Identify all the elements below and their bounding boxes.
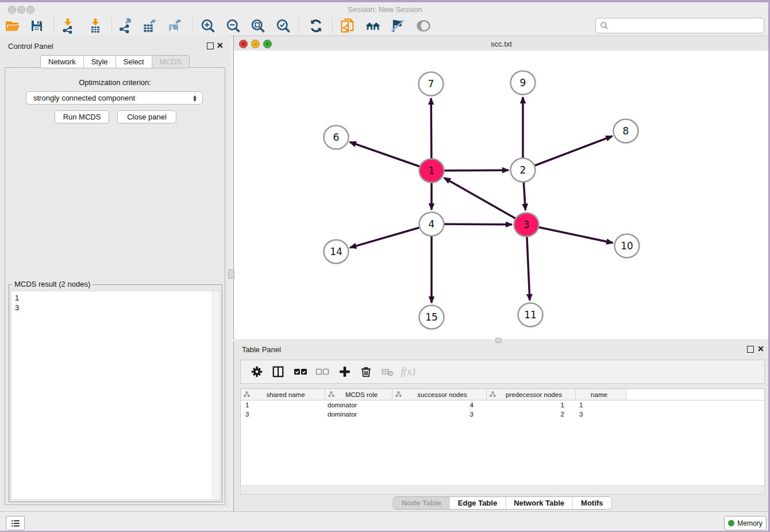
criterion-dropdown[interactable]: strongly connected component ▲▼ (26, 91, 203, 105)
import-network-icon[interactable] (59, 17, 76, 34)
zoom-fit-icon[interactable] (249, 17, 267, 34)
tab-style[interactable]: Style (84, 56, 116, 68)
result-scrollbar[interactable] (212, 291, 220, 499)
birds-eye-icon[interactable] (415, 17, 432, 34)
graph-edge-2-8[interactable] (523, 136, 613, 170)
network-window-titlebar[interactable]: ✕ − + scc.txt (234, 37, 769, 51)
mcds-result-textarea[interactable]: 1 3 (11, 291, 220, 500)
mcds-result-title: MCDS result (2 nodes) (12, 280, 93, 288)
delete-columns-icon[interactable] (357, 363, 375, 380)
graph-node-2[interactable]: 2 (511, 159, 536, 182)
toolbar-separator (299, 18, 299, 33)
node-table: shared name MCDS role successor nodes pr… (240, 388, 765, 486)
mcds-panel-body: Optimization criterion: strongly connect… (5, 67, 225, 505)
graph-node-11[interactable]: 11 (518, 303, 543, 327)
svg-text:3: 3 (523, 219, 530, 230)
column-browser-icon[interactable] (270, 363, 287, 380)
column-header-name[interactable]: name (576, 389, 626, 400)
save-session-icon[interactable] (28, 17, 45, 34)
add-column-icon[interactable] (336, 363, 353, 380)
tab-network-table[interactable]: Network Table (506, 497, 573, 509)
control-panel: Control Panel ✕ Network Style Select MCD… (0, 36, 230, 508)
criterion-value: strongly connected component (26, 94, 190, 102)
tab-motifs[interactable]: Motifs (573, 497, 611, 509)
list-icon (10, 518, 21, 529)
column-header-predecessor-nodes[interactable]: predecessor nodes (487, 389, 576, 400)
float-table-panel-icon[interactable] (747, 346, 754, 353)
close-panel-icon[interactable]: ✕ (217, 42, 224, 49)
tab-node-table[interactable]: Node Table (394, 497, 450, 509)
toolbar-separator (53, 18, 54, 33)
select-all-rows-icon[interactable] (292, 363, 309, 380)
network-graph: 7968124314101511 (234, 51, 769, 339)
svg-text:2: 2 (520, 164, 526, 176)
function-builder-icon[interactable]: f(x) (399, 363, 417, 380)
vertical-splitter-handle[interactable] (228, 269, 234, 279)
close-panel-button[interactable]: Close panel (117, 110, 176, 124)
graph-node-9[interactable]: 9 (511, 71, 536, 95)
deselect-all-rows-icon[interactable] (314, 363, 331, 380)
graphics-detail-flag-icon[interactable] (389, 17, 406, 34)
memory-button[interactable]: Memory (724, 516, 767, 530)
svg-text:1: 1 (429, 165, 435, 176)
table-horizontal-scrollbar[interactable] (240, 485, 765, 495)
graph-edge-3-1[interactable] (444, 178, 526, 225)
tab-network[interactable]: Network (41, 56, 84, 68)
svg-text:15: 15 (425, 311, 438, 323)
graph-node-15[interactable]: 15 (419, 306, 444, 329)
status-bar: Memory (0, 511, 770, 532)
tab-mcds[interactable]: MCDS (152, 56, 189, 68)
svg-text:9: 9 (520, 77, 526, 88)
search-box[interactable] (595, 18, 764, 33)
graph-node-14[interactable]: 14 (324, 240, 349, 264)
export-network-icon[interactable] (117, 17, 134, 34)
network-window-title: scc.txt (234, 40, 769, 48)
shared-column-icon (490, 391, 496, 398)
import-table-icon[interactable] (87, 17, 104, 34)
table-row[interactable]: 3 dominator 3 2 3 (241, 410, 764, 419)
export-table-icon[interactable] (141, 17, 159, 34)
graph-node-8[interactable]: 8 (614, 119, 638, 143)
delete-table-icon[interactable] (379, 363, 396, 380)
open-session-icon[interactable] (4, 17, 21, 34)
svg-text:11: 11 (524, 309, 537, 321)
search-input[interactable] (609, 20, 764, 32)
graph-node-10[interactable]: 10 (615, 234, 640, 258)
home-network-icon[interactable] (364, 17, 382, 34)
table-panel: Table Panel ✕ f(x) shared name (233, 342, 770, 511)
table-row[interactable]: 1 dominator 4 1 1 (241, 400, 764, 410)
graph-node-6[interactable]: 6 (324, 126, 349, 149)
memory-status-icon (728, 520, 734, 526)
annotation-document-icon[interactable] (339, 17, 356, 34)
main-toolbar (0, 16, 770, 36)
graph-node-1[interactable]: 1 (419, 159, 444, 183)
graph-edge-3-10[interactable] (526, 225, 613, 243)
close-table-panel-icon[interactable]: ✕ (757, 345, 764, 352)
svg-text:14: 14 (330, 246, 342, 257)
task-history-button[interactable] (6, 516, 25, 530)
column-header-successor-nodes[interactable]: successor nodes (392, 389, 487, 400)
column-header-shared-name[interactable]: shared name (241, 389, 325, 400)
control-panel-tabs: Network Style Select MCDS (40, 55, 190, 68)
zoom-out-icon[interactable] (225, 17, 242, 34)
svg-text:10: 10 (621, 240, 633, 252)
graph-node-3[interactable]: 3 (514, 213, 539, 237)
mcds-result-line: 3 (11, 303, 220, 313)
run-mcds-button[interactable]: Run MCDS (55, 110, 109, 124)
refresh-layout-icon[interactable] (307, 17, 325, 34)
graph-node-7[interactable]: 7 (419, 72, 444, 96)
network-canvas[interactable]: 7968124314101511 (234, 51, 769, 339)
graph-node-4[interactable]: 4 (419, 213, 444, 236)
svg-text:8: 8 (623, 125, 629, 137)
table-panel-title: Table Panel (242, 345, 281, 354)
horizontal-splitter-handle[interactable] (495, 338, 502, 343)
export-image-icon[interactable] (167, 17, 184, 34)
network-view-window: ✕ − + scc.txt 7968124314101511 (233, 36, 769, 339)
tab-edge-table[interactable]: Edge Table (450, 497, 506, 509)
tab-select[interactable]: Select (116, 56, 152, 68)
zoom-selected-icon[interactable] (275, 17, 292, 34)
zoom-in-icon[interactable] (199, 17, 217, 34)
column-header-mcds-role[interactable]: MCDS role (325, 389, 392, 400)
table-settings-gear-icon[interactable] (248, 363, 265, 380)
float-panel-icon[interactable] (207, 43, 214, 49)
